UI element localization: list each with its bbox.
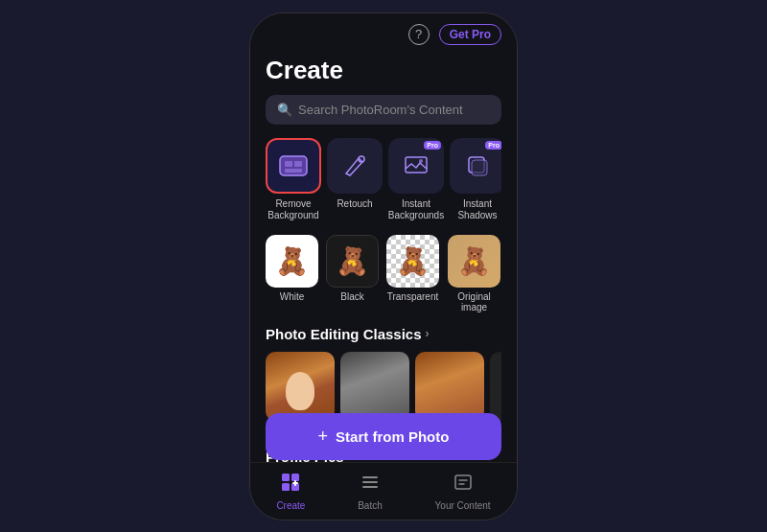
svg-rect-16 <box>362 481 378 483</box>
svg-rect-5 <box>406 157 427 173</box>
bg-label-original: Original image <box>447 291 501 312</box>
tab-create[interactable]: Create <box>276 472 305 511</box>
svg-rect-11 <box>282 483 290 491</box>
bg-preview-transparent: 🧸 <box>386 235 439 288</box>
photo-preview-motion <box>415 352 484 421</box>
svg-rect-1 <box>285 161 292 167</box>
tool-remove-bg-icon-box <box>266 138 321 194</box>
shadows-svg <box>464 152 491 179</box>
tool-retouch[interactable]: Retouch <box>327 138 383 221</box>
tab-your-content-icon <box>453 472 474 497</box>
tab-batch-label: Batch <box>358 500 383 511</box>
remove-bg-svg <box>276 149 311 183</box>
tool-shadows-label: Instant Shadows <box>450 198 501 221</box>
phone-container: ? Get Pro Create 🔍 Search PhotoRoom's Co… <box>249 12 518 520</box>
tool-shadows-icon-box: Pro <box>450 138 501 194</box>
photo-preview-color-splash <box>340 352 409 421</box>
tool-retouch-label: Retouch <box>337 198 372 210</box>
svg-rect-3 <box>285 169 302 173</box>
svg-rect-17 <box>362 486 378 488</box>
page-title: Create <box>266 56 501 85</box>
get-pro-button[interactable]: Get Pro <box>439 24 501 45</box>
tab-create-icon <box>280 472 301 497</box>
bg-option-black[interactable]: 🧸 Black <box>326 235 379 312</box>
tool-instant-bg[interactable]: Pro InstantBackgrounds <box>388 138 444 221</box>
bg-label-black: Black <box>340 291 363 302</box>
tab-batch[interactable]: Batch <box>358 472 383 511</box>
bg-preview-black: 🧸 <box>326 235 379 288</box>
tab-create-label: Create <box>276 500 305 511</box>
svg-rect-10 <box>291 474 299 481</box>
start-button-plus-icon: + <box>318 427 329 447</box>
bg-preview-white: 🧸 <box>266 235 318 288</box>
search-icon: 🔍 <box>277 103 292 117</box>
bg-option-original[interactable]: 🧸 Original image <box>447 235 501 312</box>
start-button-label: Start from Photo <box>336 428 449 445</box>
pro-badge-shadows: Pro <box>485 141 501 150</box>
section-chevron-photo-editing: › <box>426 327 430 340</box>
pro-badge-instant-bg: Pro <box>424 141 441 150</box>
tools-row: RemoveBackground Retouch Pro <box>266 138 501 221</box>
photo-preview-blur <box>266 352 335 421</box>
section-label-photo-editing: Photo Editing Classics <box>266 326 422 342</box>
svg-point-6 <box>419 159 423 163</box>
tool-instant-bg-icon-box: Pro <box>388 138 444 194</box>
tool-shadows[interactable]: Pro Instant Shadows <box>450 138 501 221</box>
help-icon[interactable]: ? <box>408 24 430 45</box>
tab-your-content[interactable]: Your Content <box>435 472 491 511</box>
instant-bg-svg <box>403 152 430 179</box>
start-from-photo-button[interactable]: + Start from Photo <box>266 413 501 460</box>
bg-label-transparent: Transparent <box>387 291 439 302</box>
svg-rect-9 <box>282 474 290 481</box>
retouch-svg <box>341 152 368 179</box>
search-bar[interactable]: 🔍 Search PhotoRoom's Content <box>266 95 501 125</box>
bg-label-white: White <box>280 291 305 302</box>
tool-remove-bg[interactable]: RemoveBackground <box>266 138 321 221</box>
svg-rect-18 <box>455 475 471 489</box>
status-bar: ? Get Pro <box>250 13 517 56</box>
tab-bar: Create Batch Your Content <box>250 462 517 520</box>
start-button-area: + Start from Photo <box>266 413 501 460</box>
photo-preview-more: ⟩ <box>490 352 501 421</box>
svg-rect-15 <box>362 476 378 478</box>
tool-retouch-icon-box <box>327 138 383 194</box>
section-title-photo-editing[interactable]: Photo Editing Classics › <box>266 326 501 342</box>
svg-rect-2 <box>294 161 302 167</box>
tab-your-content-label: Your Content <box>435 500 491 511</box>
content-area: Create 🔍 Search PhotoRoom's Content Remo… <box>250 56 517 464</box>
svg-rect-8 <box>472 160 487 175</box>
tool-instant-bg-label: InstantBackgrounds <box>388 198 444 221</box>
background-options: 🧸 White 🧸 Black 🧸 Transparent <box>266 235 501 312</box>
search-placeholder: Search PhotoRoom's Content <box>298 103 463 117</box>
bg-option-white[interactable]: 🧸 White <box>266 235 318 312</box>
bg-option-transparent[interactable]: 🧸 Transparent <box>386 235 439 312</box>
bg-preview-original: 🧸 <box>448 235 500 288</box>
tab-batch-icon <box>360 472 381 497</box>
tool-remove-bg-label: RemoveBackground <box>267 198 318 221</box>
